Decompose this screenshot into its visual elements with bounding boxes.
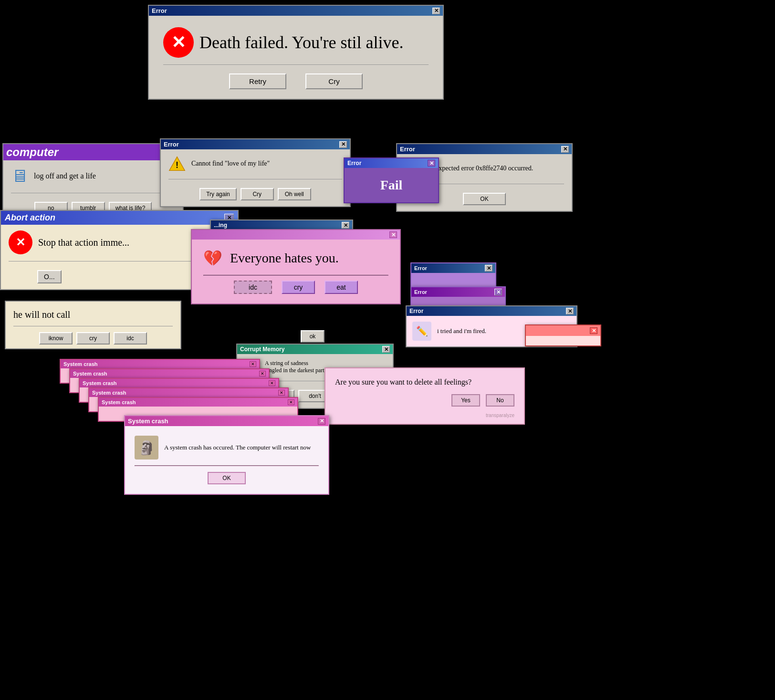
love-error-body: ! Cannot find "love of my life" Try agai… bbox=[161, 149, 350, 206]
cry-button-hewill[interactable]: cry bbox=[76, 332, 110, 345]
system-crash-content: 🗿 A system crash has occured. The comput… bbox=[135, 436, 319, 460]
fail-window: Error ✕ Fail bbox=[344, 157, 439, 203]
system-stack5-titlebar: System crash ✕ bbox=[61, 360, 259, 368]
error-main-content: ✕ Death failed. You're stil alive. bbox=[163, 27, 429, 58]
cry-button-love[interactable]: Cry bbox=[241, 188, 274, 200]
system-crash-ok-btn[interactable]: OK bbox=[208, 472, 246, 484]
ok-button-corrupt[interactable]: ok bbox=[301, 330, 325, 343]
fail-close[interactable]: ✕ bbox=[428, 160, 435, 167]
fail-title: Error bbox=[347, 160, 361, 167]
warning-icon: ! bbox=[168, 155, 186, 172]
loading-close[interactable]: ✕ bbox=[342, 222, 349, 229]
computer-window: computer ✕ 🖥 log off and get a life no t… bbox=[2, 143, 184, 221]
system-crash-window: System crash ✕ 🗿 A system crash has occu… bbox=[124, 415, 329, 495]
system-stack3-close[interactable]: ✕ bbox=[269, 380, 275, 386]
tried-small-titlebar: ✕ bbox=[526, 325, 600, 336]
error-small1-window: Error ✕ bbox=[410, 262, 496, 288]
eat-button[interactable]: eat bbox=[325, 281, 358, 294]
error-small2-titlebar: Error ✕ bbox=[411, 287, 505, 297]
abort-error-icon: ✕ bbox=[9, 230, 32, 254]
error-main-titlebar: Error ✕ bbox=[149, 6, 443, 16]
corrupt-title: Corrupt Memory bbox=[240, 346, 284, 353]
unexpected-close[interactable]: ✕ bbox=[561, 146, 569, 153]
yes-button[interactable]: Yes bbox=[451, 394, 480, 407]
hewill-buttons: iknow cry idc bbox=[13, 328, 173, 348]
cry-button-main[interactable]: Cry bbox=[305, 73, 363, 89]
system-stack3-titlebar: System crash ✕ bbox=[80, 379, 278, 387]
idc-button-hewill[interactable]: idc bbox=[114, 332, 147, 345]
error-main-buttons: Retry Cry bbox=[163, 73, 429, 89]
abort-ok-btn[interactable]: O... bbox=[37, 270, 62, 283]
everyone-close[interactable]: ✕ bbox=[389, 231, 397, 238]
tried-small-window: ✕ bbox=[525, 324, 601, 346]
unexpected-titlebar: Error ✕ bbox=[397, 144, 572, 154]
idc-button[interactable]: idc bbox=[234, 281, 272, 294]
statue-icon: 🗿 bbox=[135, 436, 158, 460]
tried-small-close[interactable]: ✕ bbox=[590, 327, 597, 334]
system-crash-buttons: OK bbox=[135, 472, 319, 484]
error-small1-close[interactable]: ✕ bbox=[485, 265, 492, 272]
delete-feelings-window: Are you sure you want to delete all feel… bbox=[325, 367, 525, 425]
tried-message: i tried and i'm fired. bbox=[437, 327, 486, 335]
system-stack1-titlebar: System crash ✕ bbox=[99, 398, 297, 407]
love-error-content: ! Cannot find "love of my life" bbox=[168, 155, 342, 172]
everyone-titlebar: ✕ bbox=[192, 230, 400, 240]
tried-icon: ✏️ bbox=[412, 322, 431, 341]
error-small2-close[interactable]: ✕ bbox=[494, 289, 502, 295]
unexpected-ok-btn[interactable]: OK bbox=[463, 193, 506, 205]
tried-close[interactable]: ✕ bbox=[566, 308, 574, 314]
retry-button[interactable]: Retry bbox=[229, 73, 286, 89]
fail-body: Fail bbox=[345, 168, 438, 202]
system-stack4-titlebar: System crash ✕ bbox=[70, 369, 269, 378]
ohwell-button[interactable]: Oh well bbox=[278, 188, 311, 200]
tryagain-button[interactable]: Try again bbox=[199, 188, 237, 200]
system-crash-body: 🗿 A system crash has occured. The comput… bbox=[125, 426, 328, 494]
loading-titlebar: ...ing ✕ bbox=[211, 220, 352, 230]
love-error-message: Cannot find "love of my life" bbox=[191, 160, 270, 167]
computer-message: log off and get a life bbox=[34, 172, 96, 180]
system-stack4-close[interactable]: ✕ bbox=[259, 371, 266, 376]
abort-message: Stop that action imme... bbox=[38, 237, 129, 248]
fail-titlebar: Error ✕ bbox=[345, 158, 438, 168]
corrupt-titlebar: Corrupt Memory ✕ bbox=[237, 345, 393, 354]
abort-titlebar: Abort action ✕ bbox=[1, 211, 238, 225]
loading-title: ...ing bbox=[214, 222, 227, 229]
corrupt-close[interactable]: ✕ bbox=[382, 346, 390, 353]
error-main-title: Error bbox=[152, 7, 167, 14]
ok-area: ok bbox=[301, 330, 325, 343]
delete-buttons: Yes No bbox=[335, 394, 514, 407]
system-crash-close[interactable]: ✕ bbox=[318, 418, 325, 425]
fail-message: Fail bbox=[380, 178, 403, 193]
svg-text:!: ! bbox=[176, 160, 178, 170]
error-main-body: ✕ Death failed. You're stil alive. Retry… bbox=[149, 16, 443, 99]
everyone-body: 💔 Everyone hates you. idc cry eat bbox=[192, 240, 400, 303]
system-crash-message: A system crash has occured. The computer… bbox=[164, 444, 311, 451]
everyone-message: Everyone hates you. bbox=[230, 251, 339, 266]
iknow-button[interactable]: iknow bbox=[39, 332, 73, 345]
system-crash-title: System crash bbox=[128, 418, 168, 425]
system-stack5-close[interactable]: ✕ bbox=[250, 361, 256, 367]
hewill-window: he will not call iknow cry idc bbox=[5, 301, 181, 349]
heart-icon: 💔 bbox=[203, 249, 222, 267]
cry-button-everyone[interactable]: cry bbox=[282, 281, 315, 294]
error-small1-title: Error bbox=[414, 265, 427, 271]
computer-icon: 🖥 bbox=[11, 166, 28, 186]
transparalyze-container: transparalyze bbox=[335, 410, 514, 419]
system-stack2-titlebar: System crash ✕ bbox=[89, 388, 288, 397]
unexpected-title: Error bbox=[400, 146, 415, 153]
system-stack1-close[interactable]: ✕ bbox=[288, 399, 294, 405]
error-small1-titlebar: Error ✕ bbox=[411, 263, 495, 273]
system-stack2-close[interactable]: ✕ bbox=[278, 390, 285, 396]
everyone-buttons: idc cry eat bbox=[203, 281, 388, 294]
everyone-window: ✕ 💔 Everyone hates you. idc cry eat bbox=[191, 229, 401, 304]
hewill-message: he will not call bbox=[13, 309, 173, 320]
watermark: transparalyze bbox=[486, 413, 514, 418]
tried-title: Error bbox=[409, 308, 423, 314]
love-error-title: Error bbox=[164, 141, 179, 148]
computer-content: 🖥 log off and get a life bbox=[11, 166, 175, 186]
error-main-message: Death failed. You're stil alive. bbox=[199, 32, 403, 52]
love-error-buttons: Try again Cry Oh well bbox=[168, 188, 342, 200]
error-main-close[interactable]: ✕ bbox=[432, 8, 440, 14]
love-error-close[interactable]: ✕ bbox=[339, 141, 347, 148]
no-button[interactable]: No bbox=[486, 394, 514, 407]
